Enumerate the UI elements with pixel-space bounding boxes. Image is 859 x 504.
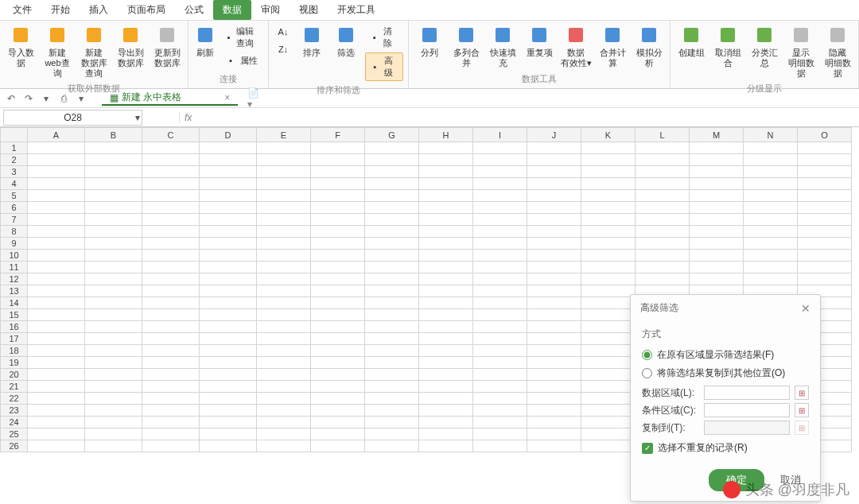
cell-H14[interactable] (419, 297, 473, 309)
cell-C7[interactable] (142, 214, 200, 226)
cell-B2[interactable] (85, 154, 142, 166)
cell-G23[interactable] (365, 405, 419, 417)
cell-D7[interactable] (200, 214, 257, 226)
cell-C20[interactable] (142, 369, 200, 381)
cell-F12[interactable] (311, 273, 365, 285)
cell-F1[interactable] (311, 142, 365, 154)
cell-E22[interactable] (257, 393, 311, 405)
cell-A25[interactable] (28, 428, 85, 440)
cell-K7[interactable] (581, 214, 636, 226)
cell-G3[interactable] (365, 166, 419, 178)
za-icon[interactable]: Z↓ (274, 41, 293, 57)
data-range-input[interactable] (704, 386, 790, 400)
cell-B16[interactable] (85, 321, 142, 333)
cell-I2[interactable] (473, 154, 527, 166)
cell-C24[interactable] (142, 417, 200, 428)
row-header-26[interactable]: 26 (1, 440, 28, 452)
cell-J26[interactable] (527, 440, 581, 452)
cell-K19[interactable] (581, 357, 636, 369)
editq-button[interactable]: ▪编辑查询 (221, 24, 263, 51)
cell-M6[interactable] (690, 202, 744, 214)
cell-C19[interactable] (142, 357, 200, 369)
cell-B5[interactable] (85, 190, 142, 202)
group-button[interactable]: 创建组 (674, 22, 709, 60)
cell-N8[interactable] (744, 226, 798, 238)
row-header-3[interactable]: 3 (1, 166, 28, 178)
new-tab-button[interactable]: 📄▾ (247, 92, 260, 105)
row-header-7[interactable]: 7 (1, 214, 28, 226)
cell-I16[interactable] (473, 321, 527, 333)
cell-C6[interactable] (142, 202, 200, 214)
cell-C10[interactable] (142, 250, 200, 262)
cell-A2[interactable] (28, 154, 85, 166)
cell-D6[interactable] (200, 202, 257, 214)
cell-H21[interactable] (419, 381, 473, 393)
cell-G9[interactable] (365, 238, 419, 250)
cell-O7[interactable] (798, 214, 852, 226)
row-header-1[interactable]: 1 (1, 142, 28, 154)
cell-H15[interactable] (419, 309, 473, 321)
cell-K8[interactable] (581, 226, 636, 238)
cell-E15[interactable] (257, 309, 311, 321)
cell-G7[interactable] (365, 214, 419, 226)
cell-H5[interactable] (419, 190, 473, 202)
cell-J23[interactable] (527, 405, 581, 417)
cell-B19[interactable] (85, 357, 142, 369)
cell-J21[interactable] (527, 381, 581, 393)
col-header-C[interactable]: C (142, 128, 200, 142)
cell-G24[interactable] (365, 417, 419, 428)
cell-K11[interactable] (581, 262, 636, 273)
dialog-close-icon[interactable]: ✕ (801, 302, 810, 315)
cell-D13[interactable] (200, 285, 257, 297)
cell-I10[interactable] (473, 250, 527, 262)
cell-A12[interactable] (28, 273, 85, 285)
cell-L8[interactable] (636, 226, 690, 238)
cell-M4[interactable] (690, 178, 744, 190)
multi-button[interactable]: 多列合并 (449, 22, 484, 70)
whatif-button[interactable]: 模拟分析 (632, 22, 667, 70)
save-icon[interactable]: ▾ (40, 92, 52, 105)
update-button[interactable]: 更新到数据库 (150, 22, 185, 70)
cell-E7[interactable] (257, 214, 311, 226)
radio-copy[interactable] (642, 368, 652, 378)
cell-A1[interactable] (28, 142, 85, 154)
cell-K20[interactable] (581, 369, 636, 381)
row-header-22[interactable]: 22 (1, 393, 28, 405)
cell-M11[interactable] (690, 262, 744, 273)
cell-E13[interactable] (257, 285, 311, 297)
cell-L1[interactable] (636, 142, 690, 154)
cell-H20[interactable] (419, 369, 473, 381)
cell-I14[interactable] (473, 297, 527, 309)
cell-B23[interactable] (85, 405, 142, 417)
cell-K17[interactable] (581, 333, 636, 345)
cell-J14[interactable] (527, 297, 581, 309)
col-header-J[interactable]: J (527, 128, 581, 142)
cell-E8[interactable] (257, 226, 311, 238)
cell-H2[interactable] (419, 154, 473, 166)
dup-button[interactable]: 重复项 (522, 22, 557, 60)
cell-H24[interactable] (419, 417, 473, 428)
row-header-17[interactable]: 17 (1, 333, 28, 345)
cell-F2[interactable] (311, 154, 365, 166)
criteria-range-input[interactable] (704, 403, 790, 417)
cell-N3[interactable] (744, 166, 798, 178)
cell-J5[interactable] (527, 190, 581, 202)
cell-E2[interactable] (257, 154, 311, 166)
cell-I4[interactable] (473, 178, 527, 190)
row-header-16[interactable]: 16 (1, 321, 28, 333)
cell-G6[interactable] (365, 202, 419, 214)
cell-O12[interactable] (798, 273, 852, 285)
cell-H10[interactable] (419, 250, 473, 262)
copy-to-location-option[interactable]: 将筛选结果复制到其他位置(O) (642, 364, 809, 382)
row-header-12[interactable]: 12 (1, 273, 28, 285)
cell-J20[interactable] (527, 369, 581, 381)
cell-M5[interactable] (690, 190, 744, 202)
cell-B26[interactable] (85, 440, 142, 452)
cell-A7[interactable] (28, 214, 85, 226)
cell-E1[interactable] (257, 142, 311, 154)
cell-D16[interactable] (200, 321, 257, 333)
cell-C16[interactable] (142, 321, 200, 333)
cell-A6[interactable] (28, 202, 85, 214)
cell-I22[interactable] (473, 393, 527, 405)
cell-J10[interactable] (527, 250, 581, 262)
